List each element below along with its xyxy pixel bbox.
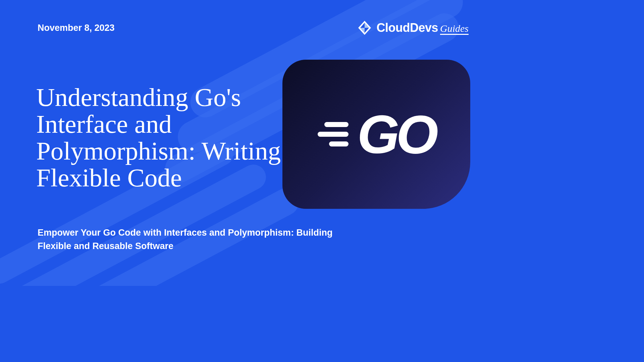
go-speed-lines-icon <box>318 122 348 146</box>
brand-name-sub: Guides <box>440 23 469 34</box>
go-logo: GO <box>318 107 435 162</box>
page-title: Understanding Go's Interface and Polymor… <box>36 84 291 191</box>
go-logo-text: GO <box>357 107 435 162</box>
page-subtitle: Empower Your Go Code with Interfaces and… <box>38 226 339 253</box>
brand-logo: CloudDevs Guides <box>357 20 469 36</box>
go-logo-card: GO <box>282 60 470 209</box>
clouddevs-icon <box>357 20 372 36</box>
publish-date: November 8, 2023 <box>38 23 115 33</box>
brand-name-main: CloudDevs <box>376 21 438 35</box>
brand-text: CloudDevs Guides <box>376 21 469 35</box>
